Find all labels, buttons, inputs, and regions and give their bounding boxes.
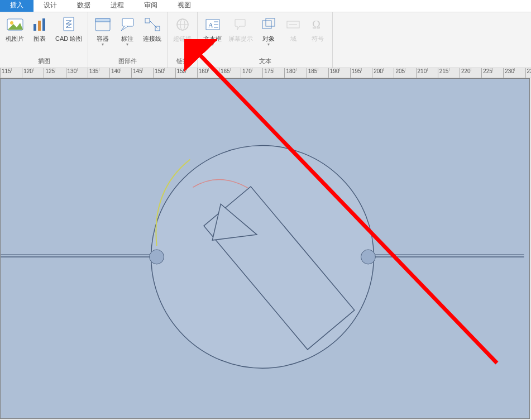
chart-label: 图表 — [34, 35, 46, 43]
svg-point-31 — [361, 250, 375, 264]
ruler-tick: 235 — [525, 68, 532, 78]
ruler-tick: 225 — [481, 68, 503, 78]
svg-rect-7 — [95, 18, 110, 22]
callout-icon — [118, 16, 136, 34]
ribbon-group-label: 插图 — [38, 56, 50, 66]
tab-bar: 插入 设计 数据 进程 审阅 视图 — [0, 0, 531, 12]
svg-rect-2 — [34, 24, 36, 31]
ruler-tick: 130 — [66, 68, 88, 78]
tab-design[interactable]: 设计 — [34, 0, 67, 12]
ribbon-group-links: 超链接 链接 — [168, 12, 198, 68]
hyperlink-label: 超链接 — [173, 35, 192, 43]
svg-point-1 — [10, 21, 13, 25]
container-button[interactable]: 容器 ▾ — [90, 15, 115, 47]
ruler-tick: 180 — [284, 68, 306, 78]
screentip-icon — [232, 16, 250, 34]
container-icon — [94, 16, 112, 34]
cad-icon — [60, 16, 78, 34]
field-label: 域 — [290, 35, 296, 43]
dropdown-indicator-icon: ▾ — [212, 43, 214, 46]
ribbon-group-label: 文本 — [259, 56, 271, 66]
ruler-tick: 175 — [262, 68, 284, 78]
svg-text:Ω: Ω — [312, 18, 320, 31]
tab-label: 视图 — [178, 1, 191, 9]
ruler-tick: 135 — [88, 68, 109, 78]
cad-label: CAD 绘图 — [55, 35, 82, 43]
tab-label: 设计 — [44, 1, 57, 9]
ruler-tick: 115 — [0, 68, 22, 78]
symbol-label: 符号 — [312, 35, 324, 43]
svg-rect-9 — [145, 18, 150, 23]
tab-label: 进程 — [111, 1, 124, 9]
field-icon — [284, 16, 302, 34]
tab-label: 插入 — [10, 1, 23, 9]
dropdown-indicator-icon: ▾ — [267, 43, 270, 46]
ruler-tick: 190 — [328, 68, 350, 78]
symbol-icon: Ω — [309, 16, 327, 34]
ruler-tick: 120 — [22, 68, 44, 78]
ruler-tick: 200 — [372, 68, 394, 78]
object-button[interactable]: 对象 ▾ — [256, 15, 281, 47]
dropdown-indicator-icon: ▾ — [102, 43, 104, 46]
ruler-tick: 215 — [438, 68, 460, 78]
svg-rect-3 — [38, 21, 41, 31]
ruler-tick: 155 — [175, 68, 197, 78]
ruler-tick: 140 — [109, 68, 131, 78]
connector-icon — [143, 16, 161, 34]
ribbon-group-illustrations: 机图片 图表 CAD 绘图 插图 — [0, 12, 88, 68]
svg-rect-8 — [122, 18, 133, 26]
ruler-tick: 195 — [350, 68, 372, 78]
dropdown-indicator-icon: ▾ — [126, 43, 128, 46]
ruler-tick: 170 — [241, 68, 262, 78]
ribbon-group-label: 链接 — [176, 56, 189, 66]
ribbon-group-label: 图部件 — [118, 56, 137, 66]
chart-button[interactable]: 图表 — [27, 15, 52, 44]
tab-view[interactable]: 视图 — [168, 0, 201, 12]
svg-text:A: A — [208, 21, 213, 29]
horizontal-ruler: 1151201251301351401451501551601651701751… — [0, 68, 531, 78]
svg-rect-20 — [262, 21, 271, 28]
object-icon — [260, 16, 278, 34]
cad-button[interactable]: CAD 绘图 — [52, 15, 85, 44]
ruler-tick: 125 — [44, 68, 65, 78]
hyperlink-icon — [174, 16, 192, 34]
tab-label: 数据 — [77, 1, 90, 9]
picture-icon — [6, 16, 24, 34]
ribbon-group-text: A 文本框 ▾ 屏幕提示 对象 ▾ — [198, 12, 333, 68]
svg-line-11 — [150, 21, 157, 28]
ruler-tick: 165 — [219, 68, 241, 78]
ruler-tick: 220 — [460, 68, 481, 78]
callout-button[interactable]: 标注 ▾ — [115, 15, 140, 47]
field-button[interactable]: 域 — [281, 15, 305, 44]
screentip-button[interactable]: 屏幕提示 — [225, 15, 256, 44]
ruler-tick: 150 — [153, 68, 175, 78]
tab-review[interactable]: 审阅 — [134, 0, 168, 12]
drawing-canvas[interactable] — [0, 78, 530, 419]
ruler-tick: 160 — [197, 68, 219, 78]
svg-rect-4 — [42, 18, 45, 31]
tab-label: 审阅 — [144, 1, 157, 9]
picture-button[interactable]: 机图片 — [2, 15, 27, 44]
ruler-tick: 205 — [394, 68, 415, 78]
textbox-icon: A — [204, 16, 222, 34]
connector-label: 连接线 — [143, 35, 161, 43]
screentip-label: 屏幕提示 — [228, 35, 253, 43]
ruler-tick: 230 — [503, 68, 525, 78]
symbol-button[interactable]: Ω 符号 — [305, 15, 330, 44]
ribbon-group-diagram-parts: 容器 ▾ 标注 ▾ 连接线 图部件 — [88, 12, 168, 68]
tab-data[interactable]: 数据 — [67, 0, 101, 12]
ruler-tick: 210 — [416, 68, 438, 78]
hyperlink-button[interactable]: 超链接 — [170, 15, 195, 44]
connector-button[interactable]: 连接线 — [140, 15, 165, 44]
tab-process[interactable]: 进程 — [101, 0, 134, 12]
ruler-tick: 185 — [307, 68, 328, 78]
tab-insert[interactable]: 插入 — [0, 0, 34, 12]
textbox-button[interactable]: A 文本框 ▾ — [200, 15, 225, 47]
chart-icon — [31, 16, 49, 34]
ribbon: 机图片 图表 CAD 绘图 插图 容器 — [0, 12, 531, 68]
svg-rect-21 — [266, 18, 275, 26]
canvas-drawing — [1, 79, 529, 418]
svg-point-30 — [150, 250, 164, 264]
ruler-tick: 145 — [131, 68, 153, 78]
picture-label: 机图片 — [6, 35, 24, 43]
